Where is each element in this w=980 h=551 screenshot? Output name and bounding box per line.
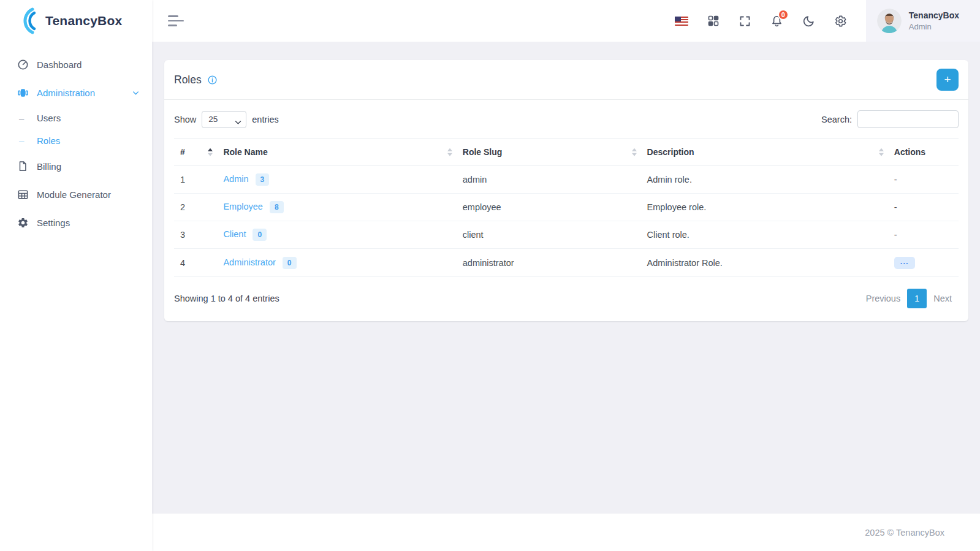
sidebar-item-label: Billing bbox=[37, 161, 61, 172]
current-page-button[interactable]: 1 bbox=[907, 289, 927, 308]
avatar bbox=[877, 9, 902, 33]
row-number: 4 bbox=[174, 249, 217, 277]
user-name: TenancyBox bbox=[909, 10, 959, 20]
sidebar-item-label: Dashboard bbox=[37, 59, 82, 70]
copyright-text: 2025 © TenancyBox bbox=[865, 528, 944, 538]
search-label: Search: bbox=[821, 115, 852, 124]
sidebar-item-label: Settings bbox=[37, 218, 70, 228]
entries-info: Showing 1 to 4 of 4 entries bbox=[174, 294, 279, 303]
sidebar-item-label: Roles bbox=[37, 135, 60, 146]
roles-table: # Role Name Role Slug Description bbox=[174, 138, 959, 277]
sidebar-item-label: Module Generator bbox=[37, 189, 111, 200]
role-slug: employee bbox=[457, 194, 641, 221]
user-meta: TenancyBox Admin bbox=[909, 10, 959, 31]
sidebar: TenancyBox Dashboard Administration bbox=[0, 0, 152, 551]
next-page-button[interactable]: Next bbox=[927, 290, 959, 307]
dash-icon: – bbox=[19, 113, 29, 123]
role-count-badge: 0 bbox=[283, 257, 297, 269]
user-menu[interactable]: TenancyBox Admin bbox=[866, 0, 980, 42]
column-header-role-slug[interactable]: Role Slug bbox=[457, 139, 641, 166]
settings-gear-icon[interactable] bbox=[834, 14, 848, 28]
dashboard-icon bbox=[17, 58, 29, 70]
sidebar-item-label: Administration bbox=[37, 88, 95, 98]
table-controls: Show 25 entries Search: bbox=[164, 100, 968, 135]
sort-icon bbox=[208, 148, 213, 156]
role-slug: client bbox=[457, 221, 641, 249]
page-title: Roles bbox=[174, 74, 202, 86]
logo-wordmark: TenancyBox bbox=[45, 13, 122, 28]
sort-icon bbox=[447, 148, 452, 156]
language-flag-icon[interactable] bbox=[675, 14, 688, 28]
role-name-link[interactable]: Client bbox=[223, 229, 246, 239]
sidebar-nav: Dashboard Administration – Users – bbox=[0, 42, 152, 237]
card-header: Roles + bbox=[164, 60, 968, 100]
row-number: 3 bbox=[174, 221, 217, 249]
role-slug: admin bbox=[457, 166, 641, 194]
table-row: 3 Client0 client Client role. - bbox=[174, 221, 959, 249]
sidebar-item-users[interactable]: – Users bbox=[0, 107, 152, 129]
sidebar-item-billing[interactable]: Billing bbox=[0, 152, 152, 180]
user-role: Admin bbox=[909, 22, 959, 31]
apps-grid-icon[interactable] bbox=[707, 14, 720, 28]
add-role-button[interactable]: + bbox=[936, 69, 959, 91]
role-count-badge: 8 bbox=[270, 201, 284, 213]
table-header-row: # Role Name Role Slug Description bbox=[174, 139, 959, 166]
search-input[interactable] bbox=[857, 110, 959, 128]
column-header-actions: Actions bbox=[888, 139, 959, 166]
menu-toggle-icon[interactable] bbox=[168, 15, 184, 26]
notification-badge: 0 bbox=[778, 9, 789, 20]
row-number: 1 bbox=[174, 166, 217, 194]
dash-icon: – bbox=[19, 135, 29, 146]
topbar-icons: 0 bbox=[675, 14, 866, 28]
buildings-icon bbox=[17, 86, 29, 99]
role-count-badge: 3 bbox=[256, 173, 270, 186]
table-row: 4 Administrator0 administrator Administr… bbox=[174, 249, 959, 277]
row-number: 2 bbox=[174, 194, 217, 221]
sidebar-item-settings[interactable]: Settings bbox=[0, 208, 152, 237]
role-description: Admin role. bbox=[641, 166, 888, 194]
pagination: Previous 1 Next bbox=[859, 289, 959, 308]
sidebar-item-module-generator[interactable]: Module Generator bbox=[0, 180, 152, 208]
sort-icon bbox=[632, 148, 637, 156]
page-size-select[interactable]: 25 bbox=[202, 111, 246, 128]
file-icon bbox=[17, 160, 29, 172]
table-row: 2 Employee8 employee Employee role. - bbox=[174, 194, 959, 221]
info-icon[interactable] bbox=[207, 75, 218, 85]
previous-page-button[interactable]: Previous bbox=[859, 290, 907, 307]
role-description: Administrator Role. bbox=[641, 249, 888, 277]
table-footer: Showing 1 to 4 of 4 entries Previous 1 N… bbox=[164, 277, 968, 321]
role-name-link[interactable]: Administrator bbox=[223, 257, 275, 267]
show-label: Show bbox=[174, 115, 196, 124]
role-actions: - bbox=[888, 194, 959, 221]
role-description: Client role. bbox=[641, 221, 888, 249]
sidebar-item-dashboard[interactable]: Dashboard bbox=[0, 50, 152, 78]
entries-label: entries bbox=[252, 115, 279, 124]
row-actions-menu-button[interactable]: ... bbox=[894, 257, 915, 269]
role-description: Employee role. bbox=[641, 194, 888, 221]
gear-icon bbox=[17, 216, 29, 229]
main-content: Roles + Show 25 bbox=[152, 42, 980, 514]
column-header-role-name[interactable]: Role Name bbox=[217, 139, 456, 166]
sidebar-item-roles[interactable]: – Roles bbox=[0, 129, 152, 152]
role-name-link[interactable]: Admin bbox=[223, 174, 248, 184]
role-slug: administrator bbox=[457, 249, 641, 277]
column-header-num[interactable]: # bbox=[174, 139, 217, 166]
fullscreen-icon[interactable] bbox=[739, 14, 752, 28]
sidebar-item-administration[interactable]: Administration bbox=[0, 78, 152, 107]
app-logo[interactable]: TenancyBox bbox=[0, 0, 152, 42]
role-name-link[interactable]: Employee bbox=[223, 202, 262, 211]
page-footer: 2025 © TenancyBox bbox=[152, 514, 980, 551]
table-row: 1 Admin3 admin Admin role. - bbox=[174, 166, 959, 194]
role-count-badge: 0 bbox=[253, 229, 267, 241]
role-actions: - bbox=[888, 221, 959, 249]
sort-icon bbox=[879, 148, 884, 156]
notifications-bell-icon[interactable]: 0 bbox=[770, 14, 784, 28]
column-header-description[interactable]: Description bbox=[641, 139, 888, 166]
table-grid-icon bbox=[17, 188, 29, 200]
role-actions: - bbox=[888, 166, 959, 194]
roles-card: Roles + Show 25 bbox=[164, 60, 968, 321]
topbar: 0 bbox=[152, 0, 980, 42]
sidebar-item-label: Users bbox=[37, 113, 61, 123]
logo-icon bbox=[16, 7, 44, 35]
dark-mode-moon-icon[interactable] bbox=[802, 14, 816, 28]
